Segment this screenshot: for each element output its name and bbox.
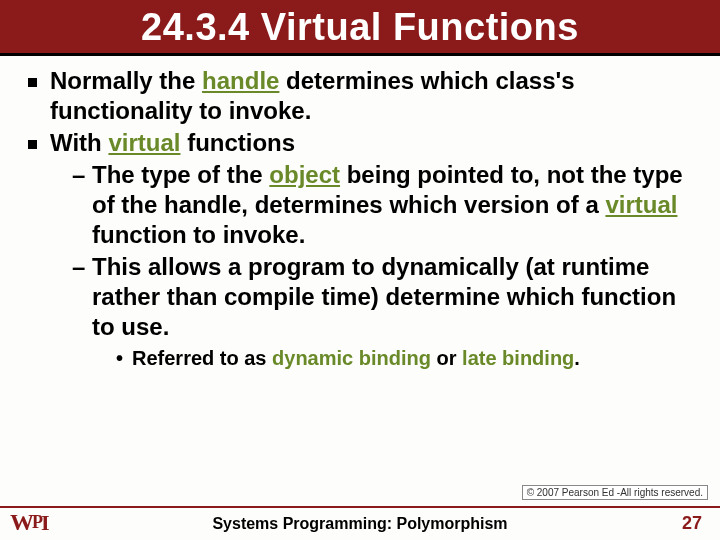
wpi-logo: W P I: [10, 509, 50, 536]
text: function to invoke.: [92, 221, 305, 248]
copyright-label: © 2007 Pearson Ed -All rights reserved.: [522, 485, 708, 500]
title-bar: 24.3.4 Virtual Functions: [0, 0, 720, 56]
text: functions: [180, 129, 295, 156]
outer-list: Normally the handle determines which cla…: [26, 66, 694, 371]
sub-list: The type of the object being pointed to,…: [50, 160, 694, 371]
logo-i: I: [41, 510, 50, 536]
sub-dynamic: This allows a program to dynamically (at…: [72, 252, 694, 371]
text: The type of the: [92, 161, 269, 188]
keyword-late-binding: late binding: [462, 347, 574, 369]
page-number: 27: [682, 513, 702, 534]
bullet-virtual: With virtual functions The type of the o…: [26, 128, 694, 371]
footer-bar: W P I Systems Programming: Polymorphism …: [0, 506, 720, 540]
keyword-virtual: virtual: [108, 129, 180, 156]
subsub-list: Referred to as dynamic binding or late b…: [92, 346, 694, 371]
footer-title: Systems Programming: Polymorphism: [0, 515, 720, 533]
text: .: [574, 347, 580, 369]
text: or: [431, 347, 462, 369]
text: Referred to as: [132, 347, 272, 369]
text: Normally the: [50, 67, 202, 94]
bullet-handle: Normally the handle determines which cla…: [26, 66, 694, 126]
text: This allows a program to dynamically (at…: [92, 253, 676, 340]
text: With: [50, 129, 108, 156]
keyword-dynamic-binding: dynamic binding: [272, 347, 431, 369]
keyword-virtual-2: virtual: [605, 191, 677, 218]
sub-object-type: The type of the object being pointed to,…: [72, 160, 694, 250]
keyword-handle: handle: [202, 67, 279, 94]
logo-w: W: [10, 509, 34, 536]
subsub-binding: Referred to as dynamic binding or late b…: [116, 346, 694, 371]
slide-title: 24.3.4 Virtual Functions: [0, 6, 720, 49]
keyword-object: object: [269, 161, 340, 188]
slide-body: Normally the handle determines which cla…: [0, 56, 720, 371]
